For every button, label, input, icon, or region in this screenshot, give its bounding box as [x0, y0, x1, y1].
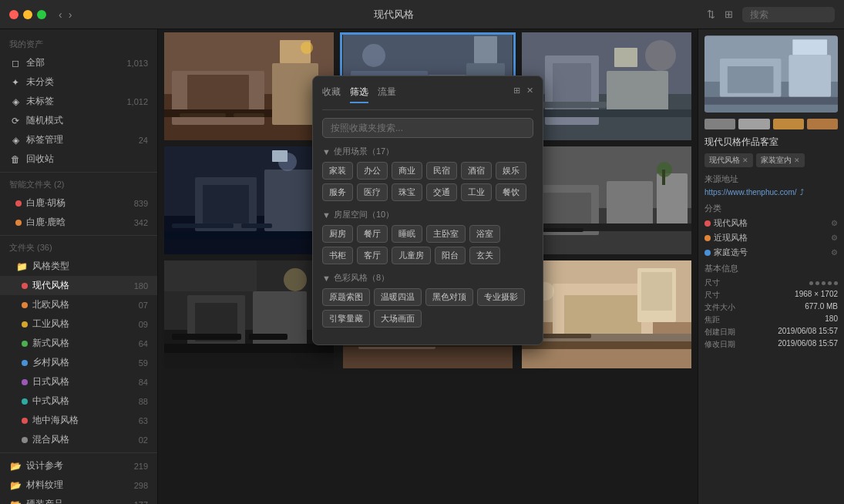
sidebar-label-folder-main: 风格类型 [32, 260, 69, 273]
sidebar-item-group2[interactable]: 白鹿·鹿晗 342 [0, 213, 157, 232]
col2-dot [704, 235, 711, 241]
tag-dining[interactable]: 餐厅 [357, 225, 388, 243]
tag-style2[interactable]: 温暖四温 [374, 288, 422, 306]
col1-settings-icon[interactable]: ⚙ [831, 219, 838, 227]
sidebar-label-tags: 标签管理 [26, 133, 63, 146]
sidebar-item-modern[interactable]: 现代风格 180 [0, 276, 157, 295]
svg-rect-66 [249, 334, 287, 340]
tag-child[interactable]: 儿童房 [392, 247, 431, 264]
newstyle-dot [22, 341, 28, 347]
photo-cell-4[interactable] [161, 146, 337, 257]
photo-cell-3[interactable] [519, 32, 694, 143]
photo-cell-9[interactable] [519, 260, 694, 371]
tag-badge-modern: 现代风格 ✕ [704, 153, 753, 167]
tab-favorites[interactable]: 收藏 [322, 86, 341, 103]
sidebar-item-newstyle[interactable]: 新式风格 64 [0, 334, 157, 353]
meta-val-filesize: 677.0 MB [805, 302, 838, 313]
sidebar-item-mediterranean[interactable]: 地中海风格 63 [0, 411, 157, 430]
forward-button[interactable]: › [69, 8, 72, 21]
tag-yule[interactable]: 娱乐 [496, 162, 526, 180]
meta-key-modified: 修改日期 [704, 339, 735, 350]
tag-remove-jiazhuang[interactable]: ✕ [794, 156, 800, 164]
sidebar: 我的资产 ◻ 全部 1,013 ✦ 未分类 ◈ 未标签 1,012 ⟳ 随机模式… [0, 29, 158, 504]
tag-minsu[interactable]: 民宿 [426, 162, 457, 180]
tag-living[interactable]: 客厅 [357, 247, 388, 264]
swatch-4 [807, 119, 838, 129]
sidebar-item-random[interactable]: ⟳ 随机模式 [0, 111, 157, 130]
sidebar-item-group1[interactable]: 白鹿·胡杨 839 [0, 193, 157, 213]
tag-style3[interactable]: 黑色对顶 [425, 288, 473, 306]
tag-remove-modern[interactable]: ✕ [742, 156, 748, 164]
sidebar-item-mixed[interactable]: 混合风格 02 [0, 430, 157, 449]
tag-gongye[interactable]: 工业 [461, 183, 492, 201]
tab-filter[interactable]: 筛选 [350, 86, 368, 103]
sidebar-item-material[interactable]: 📂 材料纹理 298 [0, 475, 157, 495]
filter-search-input[interactable] [322, 118, 533, 138]
sidebar-item-chinese[interactable]: 中式风格 88 [0, 391, 157, 411]
svg-point-64 [284, 268, 307, 291]
preview-thumbnail [704, 35, 838, 113]
back-button[interactable]: ‹ [59, 8, 62, 21]
sidebar-item-country[interactable]: 乡村风格 59 [0, 353, 157, 372]
sidebar-count-japanese: 84 [139, 378, 148, 387]
tag-master[interactable]: 主卧室 [426, 225, 466, 243]
tag-jiusu[interactable]: 酒宿 [461, 162, 492, 180]
tag-kitchen[interactable]: 厨房 [322, 225, 353, 243]
sidebar-folder-main[interactable]: 📁 风格类型 [0, 257, 157, 276]
minimize-button[interactable] [23, 10, 32, 19]
filter-icon[interactable]: ⊞ [725, 8, 733, 20]
tag-sleep[interactable]: 睡眠 [392, 225, 422, 243]
maximize-button[interactable] [37, 10, 46, 19]
url-text[interactable]: https://www.thenphuc.com/ [704, 188, 797, 197]
sidebar-item-all[interactable]: ◻ 全部 1,013 [0, 53, 157, 72]
photo-cell-7[interactable] [161, 260, 337, 371]
sidebar-item-design[interactable]: 📂 设计参考 219 [0, 456, 157, 475]
photo-cell-1[interactable] [161, 32, 337, 143]
photo-cell-6[interactable] [519, 146, 694, 257]
sidebar-item-tags[interactable]: ◈ 标签管理 24 [0, 130, 157, 150]
tag-style1[interactable]: 原题索图 [322, 288, 370, 306]
external-link-icon[interactable]: ⤴ [800, 188, 804, 197]
sidebar-item-nordic[interactable]: 北欧风格 07 [0, 295, 157, 314]
tag-entrance[interactable]: 玄关 [469, 247, 500, 264]
tag-bookshelf[interactable]: 书柜 [322, 247, 353, 264]
svg-rect-80 [564, 295, 641, 338]
filter-action-2[interactable]: ✕ [526, 86, 533, 103]
tag-zhubao[interactable]: 珠宝 [392, 183, 422, 201]
sidebar-item-unlabel[interactable]: ◈ 未标签 1,012 [0, 92, 157, 111]
global-search-input[interactable] [742, 7, 835, 22]
sidebar-section-my: 我的资产 [0, 35, 157, 53]
tag-commercial[interactable]: 商业 [392, 162, 422, 180]
tag-yiliao[interactable]: 医疗 [357, 183, 388, 201]
tag-balcony[interactable]: 阳台 [435, 247, 466, 264]
sidebar-item-products[interactable]: 📂 硬装产品 177 [0, 495, 157, 504]
sort-icon[interactable]: ⇅ [707, 8, 715, 20]
tag-jiaotong[interactable]: 交通 [426, 183, 457, 201]
tag-style6[interactable]: 大场画面 [374, 310, 422, 328]
col3-label: 家庭选号 [714, 247, 748, 258]
meta-row-focal: 焦距 180 [704, 314, 838, 325]
sidebar-item-japanese[interactable]: 日式风格 84 [0, 372, 157, 391]
close-button[interactable] [9, 10, 18, 19]
sidebar-item-industrial[interactable]: 工业风格 09 [0, 314, 157, 334]
tag-style4[interactable]: 专业摄影 [477, 288, 525, 306]
tag-office[interactable]: 办公 [357, 162, 388, 180]
tag-jiazhuang[interactable]: 家装 [322, 162, 353, 180]
rating-dots[interactable] [809, 277, 838, 288]
sidebar-item-trash[interactable]: 🗑 回收站 [0, 150, 157, 169]
tag-style5[interactable]: 引擎量藏 [322, 310, 370, 328]
svg-rect-67 [164, 260, 257, 291]
tag-canting[interactable]: 餐饮 [496, 183, 526, 201]
filter-action-1[interactable]: ⊞ [513, 86, 520, 103]
style-arrow: ▼ [322, 274, 331, 283]
col2-settings-icon[interactable]: ⚙ [831, 234, 838, 242]
tag-fuwu[interactable]: 服务 [322, 183, 353, 201]
modern-dot [22, 283, 28, 289]
filter-section-category: ▼ 使用场景（17） 家装 办公 商业 民宿 酒宿 娱乐 服务 医疗 珠宝 交通 [322, 146, 530, 201]
tab-traffic[interactable]: 流量 [378, 86, 396, 103]
sidebar-item-uncat[interactable]: ✦ 未分类 [0, 72, 157, 92]
col3-settings-icon[interactable]: ⚙ [831, 248, 838, 257]
industrial-dot [22, 321, 28, 328]
tag-bath[interactable]: 浴室 [469, 225, 500, 243]
meta-row-filesize: 文件大小 677.0 MB [704, 302, 838, 313]
